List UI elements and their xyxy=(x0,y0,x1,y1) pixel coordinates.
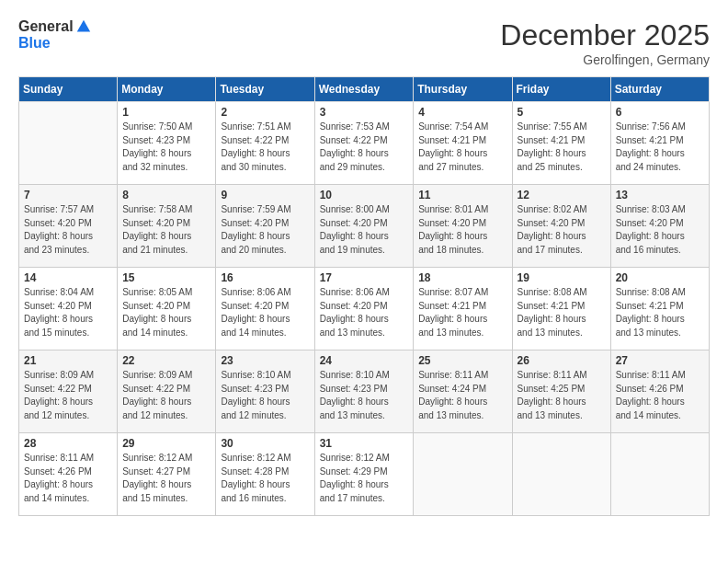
day-number: 23 xyxy=(221,354,309,367)
day-number: 7 xyxy=(24,189,112,201)
day-detail: Sunrise: 7:51 AMSunset: 4:22 PMDaylight:… xyxy=(221,121,309,174)
day-detail: Sunrise: 8:09 AMSunset: 4:22 PMDaylight:… xyxy=(122,369,210,422)
day-number: 5 xyxy=(518,106,606,119)
day-cell: 11Sunrise: 8:01 AMSunset: 4:20 PMDayligh… xyxy=(414,185,512,268)
day-cell: 16Sunrise: 8:06 AMSunset: 4:20 PMDayligh… xyxy=(216,268,314,350)
day-cell: 12Sunrise: 8:02 AMSunset: 4:20 PMDayligh… xyxy=(512,185,610,268)
day-number: 10 xyxy=(320,189,409,201)
day-detail: Sunrise: 8:04 AMSunset: 4:20 PMDaylight:… xyxy=(24,286,112,339)
day-cell xyxy=(610,433,709,516)
day-cell: 23Sunrise: 8:10 AMSunset: 4:23 PMDayligh… xyxy=(216,350,314,433)
day-cell: 2Sunrise: 7:51 AMSunset: 4:22 PMDaylight… xyxy=(216,102,314,185)
day-detail: Sunrise: 8:07 AMSunset: 4:21 PMDaylight:… xyxy=(418,286,506,339)
day-cell: 9Sunrise: 7:59 AMSunset: 4:20 PMDaylight… xyxy=(216,185,314,268)
week-row-4: 21Sunrise: 8:09 AMSunset: 4:22 PMDayligh… xyxy=(19,350,710,433)
day-cell: 20Sunrise: 8:08 AMSunset: 4:21 PMDayligh… xyxy=(610,268,709,350)
day-number: 19 xyxy=(518,271,606,284)
logo-blue: Blue xyxy=(18,35,92,52)
day-number: 31 xyxy=(320,437,409,450)
day-number: 28 xyxy=(24,437,112,450)
day-number: 30 xyxy=(221,437,309,450)
day-cell: 25Sunrise: 8:11 AMSunset: 4:24 PMDayligh… xyxy=(414,350,512,433)
day-detail: Sunrise: 8:00 AMSunset: 4:20 PMDaylight:… xyxy=(320,203,409,257)
day-number: 16 xyxy=(221,271,309,284)
day-number: 14 xyxy=(24,271,112,284)
day-header-tuesday: Tuesday xyxy=(216,77,314,102)
day-detail: Sunrise: 8:10 AMSunset: 4:23 PMDaylight:… xyxy=(221,369,309,422)
day-number: 2 xyxy=(221,106,309,119)
day-number: 3 xyxy=(320,106,409,119)
week-row-5: 28Sunrise: 8:11 AMSunset: 4:26 PMDayligh… xyxy=(19,433,710,516)
day-number: 26 xyxy=(518,354,606,367)
day-detail: Sunrise: 7:54 AMSunset: 4:21 PMDaylight:… xyxy=(418,121,506,174)
day-cell: 24Sunrise: 8:10 AMSunset: 4:23 PMDayligh… xyxy=(314,350,414,433)
day-cell: 14Sunrise: 8:04 AMSunset: 4:20 PMDayligh… xyxy=(19,268,118,350)
day-number: 6 xyxy=(616,106,704,119)
title-area: December 2025 Gerolfingen, Germany xyxy=(500,18,710,67)
day-cell: 18Sunrise: 8:07 AMSunset: 4:21 PMDayligh… xyxy=(414,268,512,350)
day-cell: 17Sunrise: 8:06 AMSunset: 4:20 PMDayligh… xyxy=(314,268,414,350)
svg-marker-0 xyxy=(76,20,89,32)
day-number: 22 xyxy=(122,354,210,367)
day-detail: Sunrise: 8:08 AMSunset: 4:21 PMDaylight:… xyxy=(518,286,606,339)
day-header-saturday: Saturday xyxy=(610,77,709,102)
day-header-monday: Monday xyxy=(118,77,216,102)
day-cell: 27Sunrise: 8:11 AMSunset: 4:26 PMDayligh… xyxy=(610,350,709,433)
day-cell: 21Sunrise: 8:09 AMSunset: 4:22 PMDayligh… xyxy=(19,350,118,433)
day-header-thursday: Thursday xyxy=(414,77,512,102)
day-number: 8 xyxy=(122,189,210,201)
day-cell: 4Sunrise: 7:54 AMSunset: 4:21 PMDaylight… xyxy=(414,102,512,185)
week-row-1: 1Sunrise: 7:50 AMSunset: 4:23 PMDaylight… xyxy=(19,102,710,185)
day-detail: Sunrise: 8:09 AMSunset: 4:22 PMDaylight:… xyxy=(24,369,112,422)
day-number: 12 xyxy=(518,189,606,201)
day-cell: 28Sunrise: 8:11 AMSunset: 4:26 PMDayligh… xyxy=(19,433,118,516)
header-row: SundayMondayTuesdayWednesdayThursdayFrid… xyxy=(19,77,710,102)
day-cell: 8Sunrise: 7:58 AMSunset: 4:20 PMDaylight… xyxy=(118,185,216,268)
day-cell: 10Sunrise: 8:00 AMSunset: 4:20 PMDayligh… xyxy=(314,185,414,268)
day-detail: Sunrise: 8:12 AMSunset: 4:28 PMDaylight:… xyxy=(221,452,309,505)
week-row-2: 7Sunrise: 7:57 AMSunset: 4:20 PMDaylight… xyxy=(19,185,710,268)
day-detail: Sunrise: 7:58 AMSunset: 4:20 PMDaylight:… xyxy=(122,203,210,257)
day-cell: 6Sunrise: 7:56 AMSunset: 4:21 PMDaylight… xyxy=(610,102,709,185)
logo-icon xyxy=(75,18,92,35)
day-detail: Sunrise: 8:08 AMSunset: 4:21 PMDaylight:… xyxy=(616,286,704,339)
day-cell xyxy=(512,433,610,516)
week-row-3: 14Sunrise: 8:04 AMSunset: 4:20 PMDayligh… xyxy=(19,268,710,350)
day-number: 20 xyxy=(616,271,704,284)
day-header-friday: Friday xyxy=(512,77,610,102)
calendar-subtitle: Gerolfingen, Germany xyxy=(500,52,710,67)
calendar-table: SundayMondayTuesdayWednesdayThursdayFrid… xyxy=(18,76,710,516)
day-number: 15 xyxy=(122,271,210,284)
day-cell: 3Sunrise: 7:53 AMSunset: 4:22 PMDaylight… xyxy=(314,102,414,185)
day-detail: Sunrise: 8:02 AMSunset: 4:20 PMDaylight:… xyxy=(518,203,606,257)
day-cell: 22Sunrise: 8:09 AMSunset: 4:22 PMDayligh… xyxy=(118,350,216,433)
day-number: 13 xyxy=(616,189,704,201)
day-cell: 1Sunrise: 7:50 AMSunset: 4:23 PMDaylight… xyxy=(118,102,216,185)
day-detail: Sunrise: 7:59 AMSunset: 4:20 PMDaylight:… xyxy=(221,203,309,257)
day-cell: 15Sunrise: 8:05 AMSunset: 4:20 PMDayligh… xyxy=(118,268,216,350)
day-cell: 13Sunrise: 8:03 AMSunset: 4:20 PMDayligh… xyxy=(610,185,709,268)
day-detail: Sunrise: 8:12 AMSunset: 4:29 PMDaylight:… xyxy=(320,452,409,505)
day-detail: Sunrise: 7:56 AMSunset: 4:21 PMDaylight:… xyxy=(616,121,704,174)
day-detail: Sunrise: 7:55 AMSunset: 4:21 PMDaylight:… xyxy=(518,121,606,174)
day-detail: Sunrise: 7:50 AMSunset: 4:23 PMDaylight:… xyxy=(122,121,210,174)
day-detail: Sunrise: 8:11 AMSunset: 4:24 PMDaylight:… xyxy=(418,369,506,422)
day-detail: Sunrise: 8:11 AMSunset: 4:26 PMDaylight:… xyxy=(24,452,112,505)
logo: General Blue xyxy=(18,18,92,52)
day-detail: Sunrise: 8:05 AMSunset: 4:20 PMDaylight:… xyxy=(122,286,210,339)
day-detail: Sunrise: 8:01 AMSunset: 4:20 PMDaylight:… xyxy=(418,203,506,257)
day-detail: Sunrise: 7:53 AMSunset: 4:22 PMDaylight:… xyxy=(320,121,409,174)
day-cell: 19Sunrise: 8:08 AMSunset: 4:21 PMDayligh… xyxy=(512,268,610,350)
day-detail: Sunrise: 8:10 AMSunset: 4:23 PMDaylight:… xyxy=(320,369,409,422)
day-number: 18 xyxy=(418,271,506,284)
day-number: 29 xyxy=(122,437,210,450)
day-cell xyxy=(19,102,118,185)
day-number: 9 xyxy=(221,189,309,201)
day-number: 25 xyxy=(418,354,506,367)
day-header-sunday: Sunday xyxy=(19,77,118,102)
day-number: 24 xyxy=(320,354,409,367)
day-cell: 31Sunrise: 8:12 AMSunset: 4:29 PMDayligh… xyxy=(314,433,414,516)
calendar-title: December 2025 xyxy=(500,18,710,52)
day-detail: Sunrise: 8:11 AMSunset: 4:26 PMDaylight:… xyxy=(616,369,704,422)
day-header-wednesday: Wednesday xyxy=(314,77,414,102)
